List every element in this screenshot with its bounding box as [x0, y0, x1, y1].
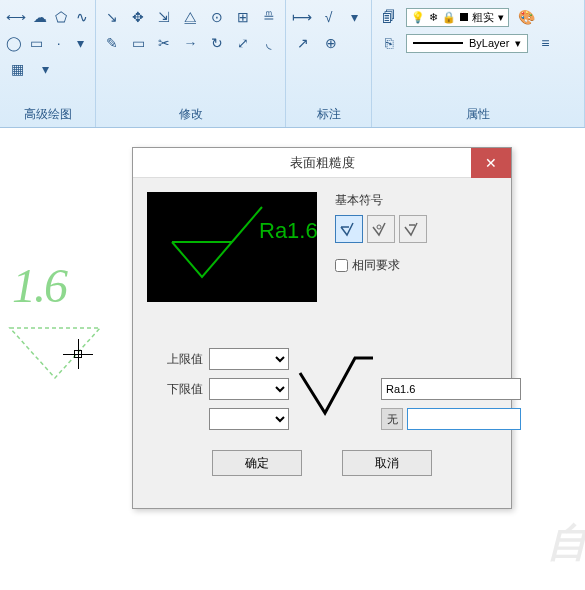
align-icon[interactable]: ≞	[259, 6, 279, 28]
point-icon[interactable]: ·	[51, 32, 67, 54]
cancel-button[interactable]: 取消	[342, 450, 432, 476]
roughness-icon[interactable]: √	[318, 6, 338, 28]
dropdown-icon[interactable]: ▾	[73, 32, 89, 54]
lineweight-combo[interactable]: 💡❄🔒 粗实▾	[406, 8, 509, 27]
pentagon-icon[interactable]: ⬠	[53, 6, 68, 28]
ellipse-icon[interactable]: ◯	[6, 32, 22, 54]
same-req-checkbox[interactable]	[335, 259, 348, 272]
close-button[interactable]: ✕	[471, 148, 511, 178]
form-symbol-preview	[295, 353, 375, 426]
select-icon[interactable]: ▭	[128, 32, 148, 54]
scale-icon[interactable]: ⤢	[233, 32, 253, 54]
preview-panel: Ra1.6	[147, 192, 317, 302]
color-wheel-icon[interactable]: 🎨	[515, 6, 537, 28]
polyline-icon[interactable]: ⟷	[6, 6, 26, 28]
array-icon[interactable]: ⊞	[233, 6, 253, 28]
lineweight-label: 粗实	[472, 10, 494, 25]
dialog-title-bar: 表面粗糙度 ✕	[133, 148, 511, 178]
mirror-icon[interactable]: ⧋	[180, 6, 200, 28]
linetype-combo[interactable]: ByLayer▾	[406, 34, 528, 53]
symbol-keep-button[interactable]	[399, 215, 427, 243]
rectangle-icon[interactable]: ▭	[28, 32, 44, 54]
lower-label: 下限值	[153, 381, 203, 398]
dim-more-icon[interactable]: ▾	[345, 6, 365, 28]
more-icon[interactable]: ▾	[34, 58, 56, 80]
ribbon-group-label: 属性	[378, 102, 578, 127]
fillet-icon[interactable]: ◟	[259, 32, 279, 54]
preview-text: Ra1.6	[259, 218, 317, 243]
region-icon[interactable]: ▦	[6, 58, 28, 80]
ribbon: ⟷ ☁ ⬠ ∿ ◯ ▭ · ▾ ▦ ▾ 高级绘图 ↘ ✥ ⇲ ⧋	[0, 0, 585, 128]
canvas-text: 1.6	[12, 258, 66, 313]
none-button[interactable]: 无	[381, 408, 403, 430]
lw-icon[interactable]: ≡	[534, 32, 556, 54]
spline-icon[interactable]: ∿	[74, 6, 89, 28]
ribbon-group-label: 标注	[292, 102, 365, 127]
linear-dim-icon[interactable]: ⟼	[292, 6, 312, 28]
move-icon[interactable]: ↘	[102, 6, 122, 28]
offset-icon[interactable]: ⊙	[207, 6, 227, 28]
roughness-dialog: 表面粗糙度 ✕ Ra1.6 基本符号	[132, 147, 512, 509]
bylayer-label: ByLayer	[469, 37, 509, 49]
upper-combo[interactable]	[209, 348, 289, 370]
dialog-title: 表面粗糙度	[290, 154, 355, 172]
method-combo[interactable]	[209, 408, 289, 430]
copy-icon[interactable]: ✥	[128, 6, 148, 28]
layer-icon[interactable]: 🗐	[378, 6, 400, 28]
ok-button[interactable]: 确定	[212, 450, 302, 476]
match-icon[interactable]: ⎘	[378, 32, 400, 54]
lower-combo[interactable]	[209, 378, 289, 400]
extend-icon[interactable]: →	[180, 32, 200, 54]
ribbon-group-label: 修改	[102, 102, 279, 127]
stretch-icon[interactable]: ⇲	[154, 6, 174, 28]
same-req-label: 相同要求	[352, 257, 400, 274]
svg-point-0	[377, 225, 381, 229]
erase-icon[interactable]: ✎	[102, 32, 122, 54]
canvas-roughness-symbol	[5, 323, 105, 393]
trim-icon[interactable]: ✂	[154, 32, 174, 54]
symbol-basic-button[interactable]	[335, 215, 363, 243]
symbol-section-label: 基本符号	[335, 192, 427, 209]
leader-icon[interactable]: ↗	[292, 32, 314, 54]
extra-input[interactable]	[407, 408, 521, 430]
upper-label: 上限值	[153, 351, 203, 368]
cloud-icon[interactable]: ☁	[32, 6, 47, 28]
symbol-remove-button[interactable]	[367, 215, 395, 243]
tolerance-icon[interactable]: ⊕	[320, 32, 342, 54]
watermark: 自	[547, 515, 585, 570]
rotate-icon[interactable]: ↻	[207, 32, 227, 54]
close-icon: ✕	[485, 155, 497, 171]
ribbon-group-label: 高级绘图	[6, 102, 89, 127]
value-input[interactable]	[381, 378, 521, 400]
